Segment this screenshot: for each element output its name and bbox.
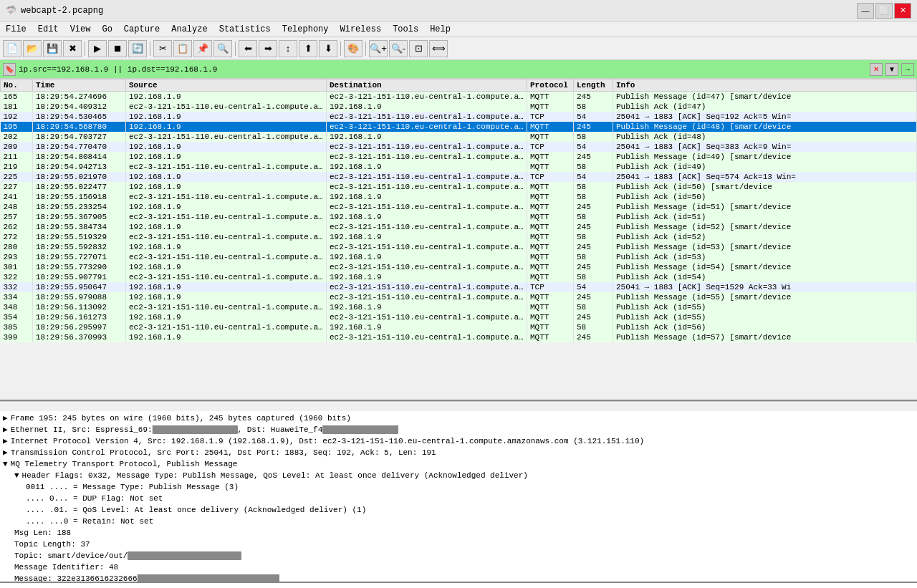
table-cell: 58 — [574, 192, 613, 202]
table-cell: ec2-3-121-151-110.eu-central-1.compute.a… — [126, 212, 327, 222]
table-row[interactable]: 19518:29:54.568780192.168.1.9ec2-3-121-1… — [1, 122, 917, 132]
table-cell: MQTT — [527, 262, 574, 272]
table-row[interactable]: 20218:29:54.703727ec2-3-121-151-110.eu-c… — [1, 132, 917, 142]
filter-input[interactable]: ip.src==192.168.1.9 || ip.dst==192.168.1… — [19, 62, 867, 77]
toolbar-forward[interactable]: ➡ — [259, 40, 277, 57]
menu-capture[interactable]: Capture — [118, 23, 165, 36]
table-cell: ec2-3-121-151-110.eu-central-1.compute.a… — [126, 102, 327, 112]
close-button[interactable]: ✕ — [894, 3, 911, 19]
menu-view[interactable]: View — [64, 23, 97, 36]
detail-frame[interactable]: ▶ Frame 195: 245 bytes on wire (1960 bit… — [3, 413, 914, 424]
table-cell: 192.168.1.9 — [126, 292, 327, 302]
table-cell: MQTT — [527, 222, 574, 232]
toolbar-prev[interactable]: ⬆ — [299, 40, 317, 57]
table-row[interactable]: 26218:29:55.384734192.168.1.9ec2-3-121-1… — [1, 222, 917, 232]
detail-tcp[interactable]: ▶ Transmission Control Protocol, Src Por… — [3, 447, 914, 458]
col-header-time[interactable]: Time — [33, 79, 126, 92]
menu-file[interactable]: File — [0, 23, 32, 36]
titlebar-controls[interactable]: — ⬜ ✕ — [857, 3, 911, 19]
detail-mqtt[interactable]: ▼ MQ Telemetry Transport Protocol, Publi… — [3, 458, 914, 470]
table-row[interactable]: 25718:29:55.367905ec2-3-121-151-110.eu-c… — [1, 212, 917, 222]
table-row[interactable]: 16518:29:54.274696192.168.1.9ec2-3-121-1… — [1, 92, 917, 102]
minimize-button[interactable]: — — [857, 3, 874, 19]
col-header-source[interactable]: Source — [126, 79, 327, 92]
maximize-button[interactable]: ⬜ — [875, 3, 893, 19]
menu-help[interactable]: Help — [424, 23, 456, 36]
table-row[interactable]: 22718:29:55.022477192.168.1.9ec2-3-121-1… — [1, 182, 917, 192]
toolbar-zoom-in[interactable]: 🔍+ — [369, 40, 388, 57]
table-cell: 192.168.1.9 — [327, 102, 527, 112]
table-row[interactable]: 20918:29:54.770470192.168.1.9ec2-3-121-1… — [1, 142, 917, 152]
table-cell: Publish Ack (id=50) [smart/device — [613, 182, 917, 192]
table-row[interactable]: 21118:29:54.808414192.168.1.9ec2-3-121-1… — [1, 152, 917, 162]
detail-ip[interactable]: ▶ Internet Protocol Version 4, Src: 192.… — [3, 435, 914, 447]
table-row[interactable]: 29318:29:55.727071ec2-3-121-151-110.eu-c… — [1, 252, 917, 262]
toolbar-new[interactable]: 📄 — [3, 40, 21, 57]
titlebar: 🦈 webcapt-2.pcapng — ⬜ ✕ — [0, 0, 917, 21]
packet-list-container[interactable]: No. Time Source Destination Protocol Len… — [0, 79, 917, 401]
table-row[interactable]: 21918:29:54.942713ec2-3-121-151-110.eu-c… — [1, 162, 917, 172]
table-row[interactable]: 28018:29:55.592832192.168.1.9ec2-3-121-1… — [1, 242, 917, 252]
detail-pane[interactable]: ▶ Frame 195: 245 bytes on wire (1960 bit… — [0, 411, 917, 583]
menu-tools[interactable]: Tools — [387, 23, 424, 36]
toolbar-find[interactable]: 🔍 — [213, 40, 232, 57]
table-cell: 58 — [574, 132, 613, 142]
table-row[interactable]: 39918:29:56.370993192.168.1.9ec2-3-121-1… — [1, 332, 917, 342]
table-row[interactable]: 22518:29:55.021970192.168.1.9ec2-3-121-1… — [1, 172, 917, 182]
menu-telephony[interactable]: Telephony — [277, 23, 335, 36]
hex-pane[interactable] — [0, 583, 917, 588]
table-row[interactable]: 32218:29:55.907791ec2-3-121-151-110.eu-c… — [1, 272, 917, 282]
toolbar-stop-capture[interactable]: ⏹ — [108, 40, 127, 57]
table-cell: 245 — [574, 202, 613, 212]
toolbar-zoom-reset[interactable]: ⊡ — [409, 40, 428, 57]
menu-go[interactable]: Go — [96, 23, 117, 36]
table-row[interactable]: 33218:29:55.950647192.168.1.9ec2-3-121-1… — [1, 282, 917, 292]
toolbar-close[interactable]: ✖ — [63, 40, 82, 57]
table-cell: ec2-3-121-151-110.eu-central-1.compute.a… — [126, 322, 327, 332]
toolbar-copy[interactable]: 📋 — [173, 40, 192, 57]
menu-wireless[interactable]: Wireless — [335, 23, 388, 36]
filter-clear[interactable]: ✕ — [870, 63, 883, 76]
col-header-protocol[interactable]: Protocol — [527, 79, 574, 92]
table-cell: 322 — [1, 272, 33, 282]
toolbar-goto[interactable]: ↕ — [279, 40, 297, 57]
toolbar-resize-columns[interactable]: ⟺ — [429, 40, 448, 57]
toolbar-paste[interactable]: 📌 — [193, 40, 212, 57]
table-row[interactable]: 34818:29:56.113092ec2-3-121-151-110.eu-c… — [1, 302, 917, 312]
detail-ethernet[interactable]: ▶ Ethernet II, Src: Espressi_69:████████… — [3, 424, 914, 435]
toolbar-save[interactable]: 💾 — [43, 40, 62, 57]
table-row[interactable]: 27218:29:55.519329ec2-3-121-151-110.eu-c… — [1, 232, 917, 242]
toolbar-zoom-out[interactable]: 🔍- — [389, 40, 408, 57]
toolbar-back[interactable]: ⬅ — [239, 40, 257, 57]
toolbar-cut[interactable]: ✂ — [153, 40, 172, 57]
table-cell: ec2-3-121-151-110.eu-central-1.compute.a… — [327, 262, 527, 272]
detail-header-flags[interactable]: ▼ Header Flags: 0x32, Message Type: Publ… — [3, 470, 914, 481]
toolbar-colorize[interactable]: 🎨 — [344, 40, 363, 57]
menu-analyze[interactable]: Analyze — [165, 23, 213, 36]
table-row[interactable]: 24118:29:55.156918ec2-3-121-151-110.eu-c… — [1, 192, 917, 202]
col-header-destination[interactable]: Destination — [327, 79, 527, 92]
table-cell: 165 — [1, 92, 33, 102]
table-cell: 241 — [1, 192, 33, 202]
table-row[interactable]: 38518:29:56.295997ec2-3-121-151-110.eu-c… — [1, 322, 917, 332]
filter-apply-dropdown[interactable]: ▼ — [885, 63, 898, 76]
filter-bookmark[interactable]: 🔖 — [3, 63, 16, 76]
table-row[interactable]: 35418:29:56.161273192.168.1.9ec2-3-121-1… — [1, 312, 917, 322]
toolbar-restart-capture[interactable]: 🔄 — [128, 40, 147, 57]
filter-apply[interactable]: → — [901, 63, 914, 76]
col-header-no[interactable]: No. — [1, 79, 33, 92]
toolbar-next[interactable]: ⬇ — [319, 40, 337, 57]
table-cell: MQTT — [527, 312, 574, 322]
col-header-info[interactable]: Info — [613, 79, 917, 92]
table-row[interactable]: 33418:29:55.979088192.168.1.9ec2-3-121-1… — [1, 292, 917, 302]
col-header-length[interactable]: Length — [574, 79, 613, 92]
toolbar-open[interactable]: 📂 — [23, 40, 42, 57]
table-row[interactable]: 18118:29:54.409312ec2-3-121-151-110.eu-c… — [1, 102, 917, 112]
menu-statistics[interactable]: Statistics — [213, 23, 277, 36]
hscroll[interactable] — [0, 401, 917, 411]
table-row[interactable]: 19218:29:54.530465192.168.1.9ec2-3-121-1… — [1, 112, 917, 122]
table-row[interactable]: 30118:29:55.773290192.168.1.9ec2-3-121-1… — [1, 262, 917, 272]
menu-edit[interactable]: Edit — [32, 23, 64, 36]
toolbar-start-capture[interactable]: ▶ — [88, 40, 107, 57]
table-row[interactable]: 24818:29:55.233254192.168.1.9ec2-3-121-1… — [1, 202, 917, 212]
